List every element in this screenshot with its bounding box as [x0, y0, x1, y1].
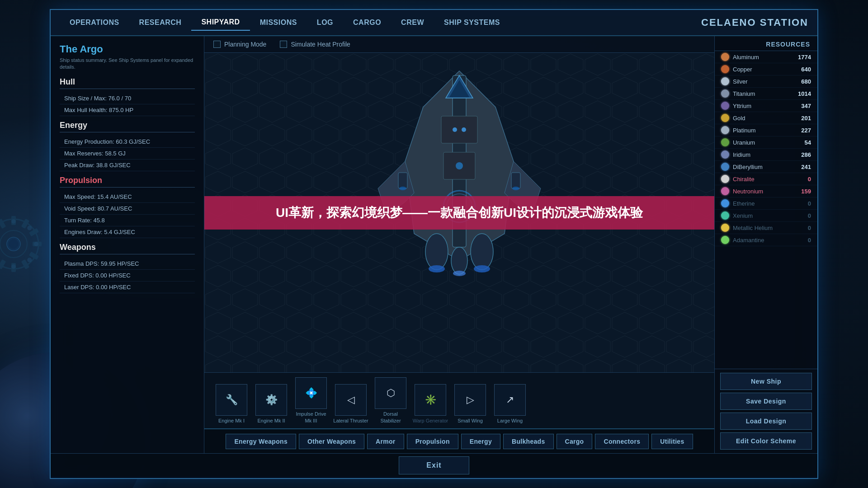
middle-area: Planning Mode Simulate Heat Profile	[204, 36, 714, 453]
right-panel: Resources Aluminum1774Copper640Silver680…	[714, 36, 817, 453]
resource-row-copper: Copper640	[715, 63, 817, 75]
part-item-6[interactable]: ▷Small Wing	[452, 384, 488, 424]
nav-cargo[interactable]: Cargo	[343, 15, 391, 30]
toolbar-btn-propulsion[interactable]: Propulsion	[407, 434, 458, 449]
resource-count: 0	[793, 200, 811, 207]
svg-rect-14	[441, 116, 477, 143]
action-buttons: New Ship Save Design Load Design Edit Co…	[715, 369, 817, 453]
propulsion-section-title: Propulsion	[60, 176, 195, 188]
ship-image	[364, 62, 554, 288]
nav-crew[interactable]: Crew	[391, 15, 434, 30]
top-navigation: Operations Research Shipyard Missions Lo…	[51, 10, 817, 36]
resource-row-diberyllium: DiBeryllium241	[715, 161, 817, 173]
resource-count: 201	[793, 115, 811, 122]
toolbar-btn-connectors[interactable]: Connectors	[595, 434, 649, 449]
ship-viewport[interactable]: UI革新，探索幻境织梦——一款融合创新UI设计的沉浸式游戏体验	[204, 53, 714, 372]
new-ship-button[interactable]: New Ship	[720, 373, 812, 390]
watermark-banner: UI革新，探索幻境织梦——一款融合创新UI设计的沉浸式游戏体验	[204, 196, 714, 230]
svg-point-9	[453, 271, 466, 276]
resource-row-yttrium: Yttrium347	[715, 100, 817, 112]
resource-name: Adamantine	[733, 237, 793, 244]
save-design-button[interactable]: Save Design	[720, 393, 812, 410]
content-area: The Argo Ship status summary. See Ship S…	[51, 36, 817, 453]
exit-button[interactable]: Exit	[399, 456, 469, 474]
svg-point-7	[429, 265, 445, 272]
resource-name: Chiralite	[733, 176, 793, 183]
svg-rect-19	[398, 173, 407, 188]
resource-icon-xenium	[721, 211, 729, 220]
resource-row-etherine: Etherine0	[715, 197, 817, 210]
part-item-5[interactable]: ✳️Warp Generator	[412, 384, 448, 424]
part-label-2: Impulse Drive Mk III	[293, 411, 329, 424]
nav-research[interactable]: Research	[129, 15, 192, 30]
toolbar-btn-energy-weapons[interactable]: Energy Weapons	[226, 434, 296, 449]
resource-count: 241	[793, 164, 811, 170]
ship-name: The Argo	[60, 43, 195, 55]
edit-color-button[interactable]: Edit Color Scheme	[720, 432, 812, 450]
svg-point-16	[453, 127, 457, 132]
resource-name: Neutronium	[733, 188, 793, 195]
weapons-laser-dps-stat: Laser DPS: 0.00 HP/SEC	[60, 282, 195, 293]
resource-row-titanium: Titanium1014	[715, 88, 817, 100]
toolbar-btn-other-weapons[interactable]: Other Weapons	[299, 434, 364, 449]
resource-icon-yttrium	[721, 102, 729, 110]
resource-count: 680	[793, 78, 811, 85]
resource-list: Aluminum1774Copper640Silver680Titanium10…	[715, 51, 817, 369]
part-item-4[interactable]: ⬡Dorsal Stabilizer	[373, 377, 409, 424]
svg-point-4	[425, 234, 448, 270]
propulsion-void-speed-stat: Void Speed: 80.7 AU/SEC	[60, 203, 195, 215]
nav-log[interactable]: Log	[307, 15, 343, 30]
planning-mode-checkbox[interactable]: Planning Mode	[213, 41, 266, 48]
planning-mode-checkbox-box[interactable]	[213, 41, 221, 48]
propulsion-turn-rate-stat: Turn Rate: 45.8	[60, 215, 195, 226]
category-toolbar: Energy WeaponsOther WeaponsArmorPropulsi…	[204, 428, 714, 453]
load-design-button[interactable]: Load Design	[720, 413, 812, 430]
resources-header: Resources	[715, 36, 817, 51]
part-item-2[interactable]: 💠Impulse Drive Mk III	[293, 377, 329, 424]
part-icon-1: ⚙️	[255, 384, 287, 416]
resource-count: 1774	[793, 54, 811, 61]
nav-missions[interactable]: Missions	[250, 15, 307, 30]
parts-grid: 🔧Engine Mk I⚙️Engine Mk II💠Impulse Drive…	[213, 377, 705, 424]
resource-name: Silver	[733, 78, 793, 85]
nav-operations[interactable]: Operations	[60, 15, 129, 30]
toolbar-btn-utilities[interactable]: Utilities	[651, 434, 693, 449]
part-item-7[interactable]: ↗Large Wing	[492, 384, 528, 424]
part-label-0: Engine Mk I	[218, 418, 245, 424]
part-item-1[interactable]: ⚙️Engine Mk II	[253, 384, 289, 424]
part-item-3[interactable]: ◁Lateral Thruster	[333, 384, 369, 424]
part-item-0[interactable]: 🔧Engine Mk I	[213, 384, 250, 424]
toolbar-btn-cargo[interactable]: Cargo	[557, 434, 593, 449]
svg-rect-20	[511, 173, 520, 188]
toolbar-btn-bulkheads[interactable]: Bulkheads	[503, 434, 554, 449]
svg-point-38	[11, 219, 16, 224]
resource-icon-iridium	[721, 150, 729, 159]
svg-point-22	[512, 187, 519, 190]
resource-count: 0	[793, 225, 811, 231]
weapons-section-title: Weapons	[60, 243, 195, 254]
toolbar-btn-armor[interactable]: Armor	[367, 434, 404, 449]
svg-point-21	[399, 187, 406, 190]
svg-point-41	[26, 257, 33, 263]
resource-count: 1014	[793, 90, 811, 97]
weapons-fixed-dps-stat: Fixed DPS: 0.00 HP/SEC	[60, 270, 195, 282]
toolbar-btn-energy[interactable]: Energy	[461, 434, 500, 449]
resource-name: Iridium	[733, 151, 793, 158]
simulate-heat-checkbox-box[interactable]	[280, 41, 287, 48]
resource-row-xenium: Xenium0	[715, 210, 817, 222]
svg-point-8	[474, 265, 490, 272]
svg-point-39	[26, 225, 33, 231]
resource-name: Titanium	[733, 90, 793, 97]
propulsion-max-speed-stat: Max Speed: 15.4 AU/SEC	[60, 191, 195, 203]
resource-icon-etherine	[721, 199, 729, 207]
simulate-heat-checkbox[interactable]: Simulate Heat Profile	[280, 41, 350, 48]
resource-row-uranium: Uranium54	[715, 136, 817, 149]
svg-point-5	[471, 234, 493, 270]
propulsion-engines-draw-stat: Engines Draw: 5.4 GJ/SEC	[60, 226, 195, 238]
part-icon-7: ↗	[494, 384, 526, 416]
part-icon-0: 🔧	[216, 384, 247, 416]
resource-name: Yttrium	[733, 103, 793, 109]
nav-ship-systems[interactable]: Ship Systems	[434, 15, 510, 30]
resource-row-platinum: Platinum227	[715, 124, 817, 136]
nav-shipyard[interactable]: Shipyard	[191, 14, 250, 31]
